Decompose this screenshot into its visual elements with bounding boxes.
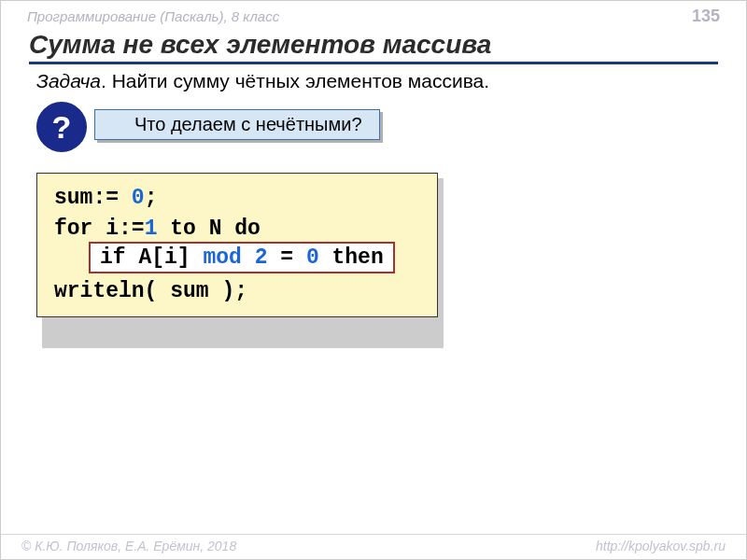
hint-text: Что делаем с нечётными? <box>134 114 362 134</box>
footer-authors: © К.Ю. Поляков, Е.А. Ерёмин, 2018 <box>21 539 236 553</box>
code-line-2: for i:=1 to N do <box>54 214 424 245</box>
hint-row: Что делаем с нечётными? ? <box>36 105 746 148</box>
question-mark: ? <box>52 109 72 146</box>
hint-box: Что делаем с нечётными? <box>94 109 380 140</box>
footer-url: http://kpolyakov.spb.ru <box>596 539 726 553</box>
slide: Программирование (Паскаль), 8 класс 135 … <box>0 0 747 560</box>
code-overlay-condition: if A[i] mod 2 = 0 then <box>89 242 395 273</box>
question-icon: ? <box>36 102 87 152</box>
task-label: Задача <box>36 70 101 91</box>
task-text: Задача. Найти сумму чётных элементов мас… <box>36 70 718 92</box>
slide-header: Программирование (Паскаль), 8 класс 135 <box>1 1 746 26</box>
code-line-5: writeln( sum ); <box>54 276 424 307</box>
slide-footer: © К.Ю. Поляков, Е.А. Ерёмин, 2018 http:/… <box>1 534 746 559</box>
page-number: 135 <box>692 7 720 26</box>
code-block-wrap: sum:= 0; for i:=1 to N do sum:= sum + A[… <box>36 173 438 317</box>
code-line-1: sum:= 0; <box>54 183 424 214</box>
task-body: . Найти сумму чётных элементов массива. <box>101 70 489 91</box>
course-label: Программирование (Паскаль), 8 класс <box>27 8 279 24</box>
slide-title: Сумма не всех элементов массива <box>29 30 718 64</box>
